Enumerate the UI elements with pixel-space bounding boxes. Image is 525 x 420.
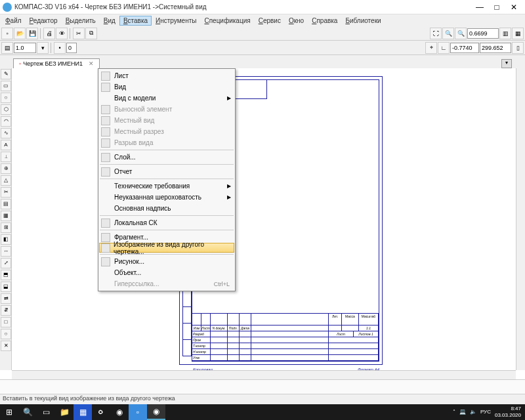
taskview-button[interactable]: ▭ <box>37 404 55 420</box>
vertical-scrollbar[interactable] <box>516 68 525 370</box>
submenu-arrow-icon: ▶ <box>227 95 231 101</box>
tool-button-19[interactable]: ⇄ <box>1 293 11 304</box>
tool-button-7[interactable]: ⟂ <box>1 152 11 162</box>
layers-button[interactable]: ▤ <box>1 42 13 54</box>
calc-icon[interactable]: ▦ <box>74 404 92 420</box>
system-tray[interactable]: ˄ 💻🔈 РУС 8:47 03.03.2020 <box>453 406 525 419</box>
menu-item[interactable]: Отчет <box>100 166 234 177</box>
save-button[interactable]: 💾 <box>26 28 38 39</box>
start-button[interactable]: ⊞ <box>0 404 18 420</box>
menu-окно[interactable]: Окно <box>285 16 308 26</box>
explorer-icon[interactable]: 📁 <box>55 404 74 420</box>
title-block[interactable]: Лит.МассаМасштабИзмЛистN докум.Подп.Дата… <box>192 313 379 362</box>
menu-сервис[interactable]: Сервис <box>255 16 285 26</box>
menu-спецификация[interactable]: Спецификация <box>200 16 254 26</box>
menu-выделить[interactable]: Выделить <box>62 16 100 26</box>
menu-item[interactable]: Изображение из вида другого чертежа... <box>99 243 234 253</box>
tool-button-17[interactable]: ⬒ <box>1 270 11 280</box>
tool-button-21[interactable]: □ <box>1 317 11 327</box>
menu-item[interactable]: Вид с модели▶ <box>100 93 234 104</box>
menu-item[interactable]: Лист <box>100 70 234 81</box>
menu-файл[interactable]: Файл <box>1 16 26 26</box>
tool-button-15[interactable]: ↔ <box>1 246 11 257</box>
zoom-in-button[interactable]: 🔍 <box>442 28 454 39</box>
menu-item[interactable]: Рисунок... <box>100 256 234 267</box>
grid-button[interactable]: ▦ <box>512 28 524 39</box>
zoom-fit-button[interactable]: ⛶ <box>430 28 442 39</box>
ortho-button[interactable]: ∟ <box>438 42 450 54</box>
tool-button-20[interactable]: ⇵ <box>1 305 11 316</box>
tool-button-3[interactable]: ⬡ <box>1 104 11 115</box>
coord-x-field[interactable]: -0.7740 <box>450 43 479 53</box>
cut-button[interactable]: ✂ <box>73 28 85 39</box>
zoom-field[interactable]: 0.6699 <box>467 28 499 39</box>
tool-button-2[interactable]: ○ <box>1 93 11 103</box>
menu-вид[interactable]: Вид <box>100 16 119 26</box>
coord-y-field[interactable]: 299.652 <box>480 43 511 53</box>
yandex-icon[interactable]: ⭘ <box>92 404 110 420</box>
copy-button[interactable]: ⧉ <box>85 28 97 39</box>
drawing-canvas[interactable]: Лит.МассаМасштабИзмЛистN докум.Подп.Дата… <box>12 68 516 370</box>
menu-item[interactable]: Основная надпись <box>100 203 234 214</box>
tool-button-1[interactable]: ▭ <box>1 81 11 91</box>
menu-item[interactable]: Слой... <box>100 152 234 163</box>
toolbar-row-1: ▫ 📂 💾 🖨 👁 ✂ ⧉ ⛶ 🔍 🔍 0.6699 ▥ ▦ <box>0 26 525 41</box>
snap-button[interactable]: ⌖ <box>425 42 437 54</box>
tool-button-10[interactable]: ✂ <box>1 187 11 198</box>
preview-button[interactable]: 👁 <box>56 28 68 39</box>
scale-field[interactable]: 1.0 <box>14 43 36 53</box>
menu-bar: ФайлРедакторВыделитьВидВставкаИнструмент… <box>0 14 525 26</box>
menu-item[interactable]: Локальная СК <box>100 217 234 228</box>
minimize-button[interactable]: — <box>471 0 488 14</box>
state-button[interactable]: • <box>54 42 66 54</box>
tool-button-6[interactable]: A <box>1 140 11 150</box>
tray-lang[interactable]: РУС <box>480 409 491 415</box>
scale-dd[interactable]: ▾ <box>37 42 49 54</box>
new-doc-button[interactable]: ▫ <box>1 28 13 39</box>
menu-вставка[interactable]: Вставка <box>119 16 152 26</box>
menu-item: Разрыв вида <box>100 137 234 148</box>
tool-button-22[interactable]: ○ <box>1 329 11 339</box>
menu-item-icon <box>101 105 110 114</box>
menu-библиотеки[interactable]: Библиотеки <box>341 16 385 26</box>
tool-button-0[interactable]: ✎ <box>1 69 11 79</box>
workarea: ✎▭○⬡◠∿A⟂⊕△✂▤▦⊞◧↔⤢⬒⬓⇄⇵□○✕ Лит.МассаМасшта… <box>0 68 525 396</box>
kompas-task-icon[interactable]: ◉ <box>147 404 165 420</box>
zoom-out-button[interactable]: 🔍 <box>455 28 467 39</box>
print-button[interactable]: 🖨 <box>43 28 55 39</box>
tool-button-23[interactable]: ✕ <box>1 341 11 351</box>
tool-button-4[interactable]: ◠ <box>1 116 11 127</box>
tool-button-11[interactable]: ▤ <box>1 199 11 209</box>
horizontal-scrollbar[interactable] <box>12 370 516 379</box>
window-titlebar: КОМПАС-3D V16 x64 - Чертеж БЕЗ ИМЕНИ1 ->… <box>0 0 525 14</box>
document-tab[interactable]: ▫ Чертеж БЕЗ ИМЕНИ1 ✕ <box>13 58 100 68</box>
chrome-icon[interactable]: ◉ <box>110 404 129 420</box>
tool-button-12[interactable]: ▦ <box>1 211 11 221</box>
open-button[interactable]: 📂 <box>14 28 26 39</box>
menu-item[interactable]: Технические требования▶ <box>100 180 234 192</box>
tray-up-icon[interactable]: ˄ <box>453 409 455 415</box>
close-button[interactable]: ✕ <box>505 0 522 14</box>
coord-button[interactable]: ▯ <box>512 42 524 54</box>
layer-field[interactable]: 0 <box>66 43 77 53</box>
measure-button[interactable]: ▥ <box>499 28 511 39</box>
menu-редактор[interactable]: Редактор <box>26 16 62 26</box>
menu-инструменты[interactable]: Инструменты <box>152 16 200 26</box>
tool-button-14[interactable]: ◧ <box>1 234 11 245</box>
tool-button-5[interactable]: ∿ <box>1 128 11 138</box>
maximize-button[interactable]: □ <box>488 0 505 14</box>
app-task-icon[interactable]: ▫ <box>129 404 147 420</box>
menu-item[interactable]: Вид <box>100 81 234 93</box>
tool-button-8[interactable]: ⊕ <box>1 163 11 174</box>
tool-button-18[interactable]: ⬓ <box>1 282 11 292</box>
search-button[interactable]: 🔍 <box>18 404 37 420</box>
tool-button-9[interactable]: △ <box>1 175 11 186</box>
menu-item[interactable]: Неуказанная шероховатость▶ <box>100 192 234 203</box>
menu-item[interactable]: Объект... <box>100 267 234 278</box>
menu-справка[interactable]: Справка <box>308 16 341 26</box>
tool-button-16[interactable]: ⤢ <box>1 258 11 268</box>
tray-time: 8:47 <box>495 406 521 412</box>
tab-close-icon[interactable]: ✕ <box>89 60 94 67</box>
tool-button-13[interactable]: ⊞ <box>1 222 11 233</box>
tab-list-dropdown[interactable]: ▾ <box>501 59 512 68</box>
